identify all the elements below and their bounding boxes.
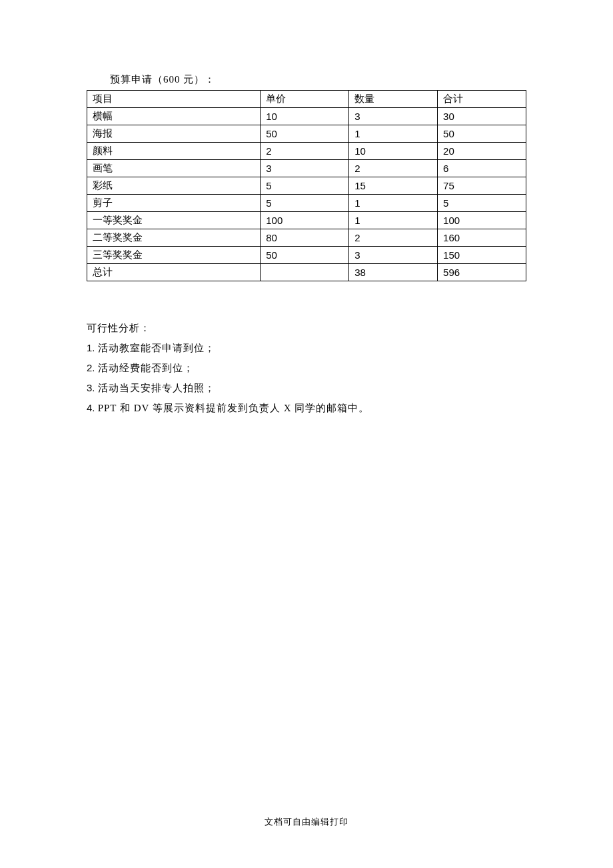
cell-unit-price: 3 bbox=[261, 160, 349, 177]
cell-unit-price: 2 bbox=[261, 143, 349, 160]
footer-text: 文档可自由编辑打印 bbox=[0, 816, 613, 828]
cell-item: 一等奖奖金 bbox=[87, 212, 261, 229]
analysis-item: 4. PPT 和 DV 等展示资料提前发到负责人 X 同学的邮箱中。 bbox=[87, 398, 526, 418]
cell-quantity: 1 bbox=[349, 195, 438, 212]
header-quantity: 数量 bbox=[349, 91, 438, 108]
cell-total: 160 bbox=[438, 229, 526, 247]
cell-quantity: 3 bbox=[349, 247, 438, 264]
cell-item: 总计 bbox=[87, 264, 261, 281]
analysis-text: 活动当天安排专人拍照； bbox=[98, 383, 215, 393]
cell-quantity: 1 bbox=[349, 125, 438, 143]
cell-item: 海报 bbox=[87, 125, 261, 143]
table-row: 三等奖奖金 50 3 150 bbox=[87, 247, 526, 264]
cell-item: 三等奖奖金 bbox=[87, 247, 261, 264]
header-total: 合计 bbox=[438, 91, 526, 108]
cell-quantity: 3 bbox=[349, 108, 438, 125]
analysis-number: 1. bbox=[87, 342, 98, 353]
cell-unit-price: 50 bbox=[261, 125, 349, 143]
cell-item: 画笔 bbox=[87, 160, 261, 177]
cell-total: 100 bbox=[438, 212, 526, 229]
cell-quantity: 10 bbox=[349, 143, 438, 160]
cell-total: 50 bbox=[438, 125, 526, 143]
cell-unit-price bbox=[261, 264, 349, 281]
cell-unit-price: 5 bbox=[261, 177, 349, 195]
cell-item: 彩纸 bbox=[87, 177, 261, 195]
header-unit-price: 单价 bbox=[261, 91, 349, 108]
cell-quantity: 2 bbox=[349, 160, 438, 177]
feasibility-analysis-section: 可行性分析： 1. 活动教室能否申请到位； 2. 活动经费能否到位； 3. 活动… bbox=[87, 318, 526, 418]
table-header-row: 项目 单价 数量 合计 bbox=[87, 91, 526, 108]
table-row: 二等奖奖金 80 2 160 bbox=[87, 229, 526, 247]
cell-item: 二等奖奖金 bbox=[87, 229, 261, 247]
analysis-item: 2. 活动经费能否到位； bbox=[87, 358, 526, 378]
table-row: 彩纸 5 15 75 bbox=[87, 177, 526, 195]
cell-total: 5 bbox=[438, 195, 526, 212]
table-row: 剪子 5 1 5 bbox=[87, 195, 526, 212]
cell-total: 150 bbox=[438, 247, 526, 264]
cell-unit-price: 5 bbox=[261, 195, 349, 212]
analysis-number: 4. bbox=[87, 402, 98, 413]
table-row: 画笔 3 2 6 bbox=[87, 160, 526, 177]
cell-unit-price: 50 bbox=[261, 247, 349, 264]
cell-quantity: 15 bbox=[349, 177, 438, 195]
cell-quantity: 1 bbox=[349, 212, 438, 229]
cell-item: 颜料 bbox=[87, 143, 261, 160]
table-summary-row: 总计 38 596 bbox=[87, 264, 526, 281]
cell-total: 20 bbox=[438, 143, 526, 160]
cell-unit-price: 10 bbox=[261, 108, 349, 125]
analysis-number: 3. bbox=[87, 382, 98, 393]
cell-total: 75 bbox=[438, 177, 526, 195]
header-item: 项目 bbox=[87, 91, 261, 108]
analysis-text: 活动教室能否申请到位； bbox=[98, 343, 215, 353]
table-row: 海报 50 1 50 bbox=[87, 125, 526, 143]
table-row: 一等奖奖金 100 1 100 bbox=[87, 212, 526, 229]
budget-table: 项目 单价 数量 合计 横幅 10 3 30 海报 50 1 50 颜料 2 1… bbox=[87, 90, 526, 281]
cell-total: 6 bbox=[438, 160, 526, 177]
analysis-number: 2. bbox=[87, 362, 98, 373]
cell-quantity: 38 bbox=[349, 264, 438, 281]
cell-item: 剪子 bbox=[87, 195, 261, 212]
analysis-text: PPT 和 DV 等展示资料提前发到负责人 X 同学的邮箱中。 bbox=[98, 403, 370, 413]
cell-quantity: 2 bbox=[349, 229, 438, 247]
analysis-title: 可行性分析： bbox=[87, 318, 526, 338]
table-row: 颜料 2 10 20 bbox=[87, 143, 526, 160]
cell-item: 横幅 bbox=[87, 108, 261, 125]
cell-total: 596 bbox=[438, 264, 526, 281]
analysis-text: 活动经费能否到位； bbox=[98, 363, 194, 373]
analysis-item: 3. 活动当天安排专人拍照； bbox=[87, 378, 526, 398]
budget-title: 预算申请（600 元）： bbox=[110, 73, 526, 86]
cell-unit-price: 100 bbox=[261, 212, 349, 229]
analysis-item: 1. 活动教室能否申请到位； bbox=[87, 338, 526, 358]
cell-total: 30 bbox=[438, 108, 526, 125]
cell-unit-price: 80 bbox=[261, 229, 349, 247]
table-row: 横幅 10 3 30 bbox=[87, 108, 526, 125]
